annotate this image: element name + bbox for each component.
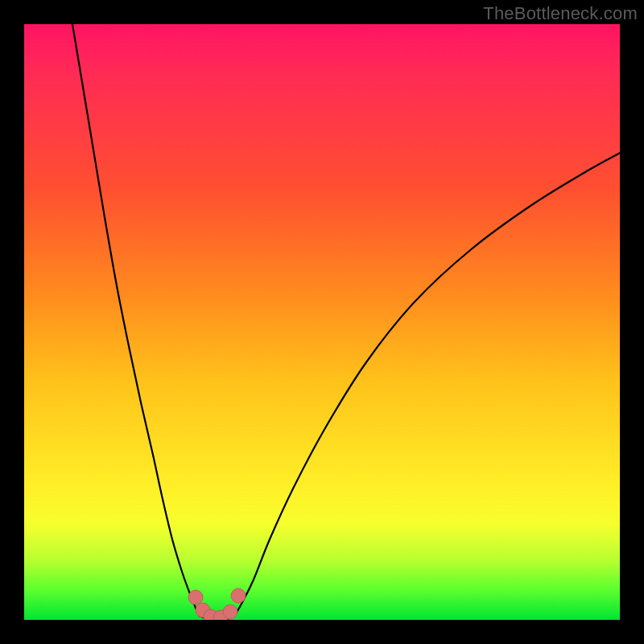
plot-area — [24, 24, 620, 620]
heat-gradient-bg — [24, 24, 620, 620]
watermark-text: TheBottleneck.com — [483, 3, 638, 24]
chart-frame: TheBottleneck.com — [0, 0, 644, 644]
